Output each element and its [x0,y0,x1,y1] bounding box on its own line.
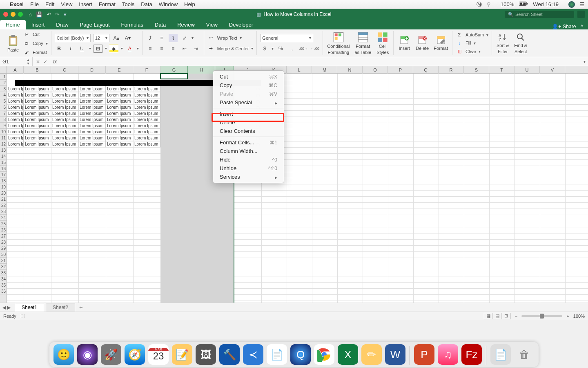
align-bottom-button[interactable]: ⤵ [169,34,178,42]
column-header[interactable]: S [464,66,489,74]
column-header[interactable]: H [188,66,215,74]
normal-view-button[interactable]: ▦ [484,313,493,319]
menu-edit[interactable]: Edit [45,1,54,7]
dock-quicktime-icon[interactable]: Q [290,344,311,365]
increase-indent-button[interactable]: ⇥ [192,45,200,53]
data-cell[interactable]: Lorem Ipsum [7,129,24,135]
italic-button[interactable]: I [66,45,75,53]
data-cell[interactable]: Lorem Ipsum [78,104,106,110]
column-header[interactable]: T [489,66,514,74]
data-cell[interactable]: Lorem Ipsum [106,129,133,135]
data-cell[interactable]: Lorem Ipsum [24,129,51,135]
menu-data[interactable]: Data [141,1,152,7]
data-cell[interactable]: Lorem Ipsum [133,117,160,123]
data-cell[interactable]: Lorem Ipsum [106,110,133,117]
dock-finder-icon[interactable]: 🙂 [53,344,74,365]
comma-button[interactable]: , [287,45,296,53]
dock-calendar-icon[interactable]: MAR23 [148,344,169,365]
row-header[interactable]: 4 [0,92,7,98]
font-name-select[interactable]: Calibri (Body)▾ [55,34,91,42]
data-cell[interactable]: Lorem Ipsum [106,92,133,98]
qat-undo-icon[interactable]: ↶ [47,11,51,18]
row-header[interactable]: 30 [0,251,7,258]
context-menu-item[interactable]: Services [213,173,284,181]
name-box[interactable]: G1▲▼ [0,57,33,66]
decrease-decimal-button[interactable]: ←.00 [310,45,319,53]
row-header[interactable]: 2 [0,80,7,86]
row-header[interactable]: 13 [0,147,7,153]
row-header[interactable]: 35 [0,282,7,288]
column-header[interactable]: C [51,66,78,74]
data-cell[interactable]: Lorem Ipsum [106,98,133,104]
data-cell[interactable]: Lorem Ipsum [78,98,106,104]
data-cell[interactable]: Lorem Ipsum [78,86,106,92]
row-header[interactable]: 33 [0,270,7,276]
collapse-ribbon-icon[interactable]: ^ [581,24,583,29]
data-cell[interactable]: Lorem Ipsum [78,135,106,141]
autosum-button[interactable]: ΣAutoSum▾ [456,31,488,38]
qat-save-icon[interactable]: 💾 [36,11,42,18]
data-cell[interactable]: Lorem Ipsum [24,92,51,98]
data-cell[interactable]: Lorem Ipsum [51,129,78,135]
zoom-in-button[interactable]: + [566,314,569,319]
data-cell[interactable]: Lorem Ipsum [51,141,78,147]
row-header[interactable]: 34 [0,276,7,282]
row-header[interactable]: 5 [0,98,7,104]
tab-data[interactable]: Data [149,20,172,29]
data-cell[interactable]: Lorem Ipsum [24,123,51,129]
battery-percent[interactable]: 100% [501,1,514,7]
data-cell[interactable]: Lorem Ipsum [51,86,78,92]
align-left-button[interactable]: ≡ [146,45,155,53]
increase-decimal-button[interactable]: .00→ [299,45,308,53]
sheet-tab-1[interactable]: Sheet1 [15,303,44,312]
menu-file[interactable]: File [30,1,39,7]
data-cell[interactable]: Lorem Ipsum [106,86,133,92]
data-cell[interactable]: Lorem Ipsum [133,110,160,117]
data-cell[interactable]: Lorem Ipsum [133,104,160,110]
border-button[interactable]: ⊞ [94,45,102,53]
dock-textedit-icon[interactable]: 📄 [267,344,287,365]
increase-font-button[interactable]: A▴ [112,34,121,42]
data-cell[interactable]: Lorem Ipsum [51,135,78,141]
context-menu-item[interactable]: Column Width... [213,147,284,155]
column-header[interactable]: A [7,66,24,74]
dock-powerpoint-icon[interactable]: P [414,344,434,365]
number-format-select[interactable]: General▾ [260,34,313,42]
data-cell[interactable]: Lorem Ipsum [7,135,24,141]
currency-button[interactable]: $ [260,45,269,53]
tab-page-layout[interactable]: Page Layout [74,20,116,29]
percent-button[interactable]: % [276,45,285,53]
siri-icon[interactable] [568,1,575,8]
row-header[interactable]: 19 [0,184,7,190]
column-header[interactable]: L [287,66,312,74]
row-header[interactable]: 10 [0,129,7,135]
row-header[interactable]: 28 [0,239,7,245]
insert-cells-button[interactable]: Insert [397,35,412,51]
data-cell[interactable]: Lorem Ipsum [78,92,106,98]
data-cell[interactable]: Lorem Ipsum [51,117,78,123]
data-cell[interactable]: Lorem Ipsum [51,123,78,129]
data-cell[interactable]: Lorem Ipsum [106,141,133,147]
search-sheet-input[interactable]: 🔍 Search Sheet [505,11,574,18]
data-cell[interactable]: Lorem Ipsum [106,135,133,141]
data-cell[interactable]: Lorem Ipsum [51,92,78,98]
row-header[interactable]: 17 [0,172,7,178]
dock-safari-icon[interactable]: 🧭 [125,344,145,365]
data-cell[interactable]: Lorem Ipsum [133,98,160,104]
dock-word-icon[interactable]: W [385,344,405,365]
font-size-select[interactable]: 12▾ [93,34,109,42]
tab-review[interactable]: Review [172,20,200,29]
dock-pencil-icon[interactable]: ✏ [361,344,382,365]
row-header[interactable]: 16 [0,166,7,172]
column-header[interactable]: G [160,66,188,74]
bold-button[interactable]: B [55,45,64,53]
close-window-button[interactable] [3,12,8,17]
data-cell[interactable]: Lorem Ipsum [51,110,78,117]
data-cell[interactable]: Lorem Ipsum [133,129,160,135]
data-cell[interactable]: Lorem Ipsum [7,104,24,110]
context-menu-item[interactable]: Copy⌘C [213,81,284,90]
underline-button[interactable]: U [78,45,87,53]
minimize-window-button[interactable] [11,12,16,17]
menu-insert[interactable]: Insert [79,1,92,7]
column-header[interactable]: B [24,66,51,74]
